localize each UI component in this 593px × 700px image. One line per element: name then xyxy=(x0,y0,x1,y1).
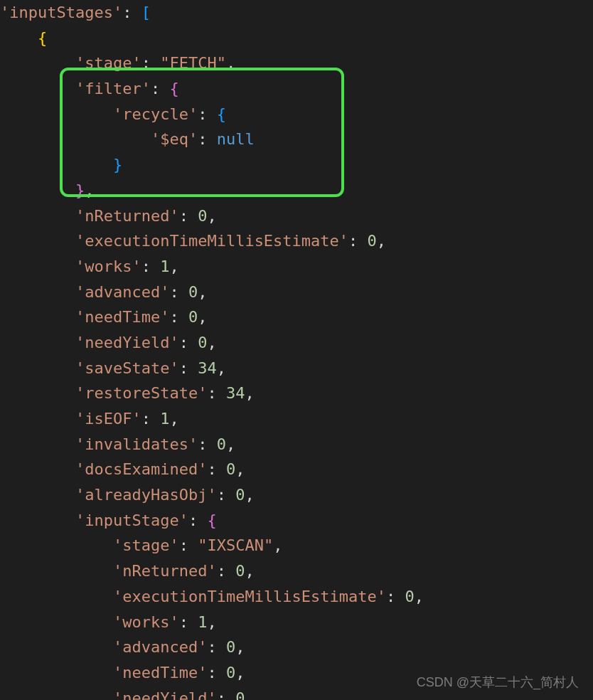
json-value: 0 xyxy=(188,283,198,301)
code-line: 'advanced': 0, xyxy=(0,635,593,660)
json-value: 1 xyxy=(198,613,207,631)
code-line: 'executionTimeMillisEstimate': 0, xyxy=(0,584,593,610)
json-key: 'needTime' xyxy=(113,664,207,682)
code-line: 'saveState': 34, xyxy=(0,356,593,381)
code-line: '$eq': null xyxy=(0,127,593,152)
code-line: 'recycle': { xyxy=(0,102,593,127)
json-key: 'executionTimeMillisEstimate' xyxy=(75,232,348,250)
json-key: 'works' xyxy=(113,613,179,631)
json-value: "FETCH" xyxy=(160,54,226,72)
code-line: 'works': 1, xyxy=(0,254,593,280)
json-value: 0 xyxy=(226,460,235,478)
code-line: { xyxy=(0,26,593,51)
json-value: 0 xyxy=(217,435,226,453)
code-line: 'filter': { xyxy=(0,76,593,102)
json-key: 'isEOF' xyxy=(75,410,141,428)
code-line: 'inputStages': [ xyxy=(0,0,593,26)
code-line: 'restoreState': 34, xyxy=(0,381,593,406)
json-value: 0 xyxy=(226,638,235,656)
code-line: 'needYield': 0, xyxy=(0,330,593,356)
json-key: 'needTime' xyxy=(75,308,169,326)
json-key: 'inputStages' xyxy=(0,4,122,21)
code-line: 'stage': "IXSCAN", xyxy=(0,533,593,558)
json-key: 'inputStage' xyxy=(75,511,188,529)
json-key: 'nReturned' xyxy=(75,207,179,225)
json-key: 'restoreState' xyxy=(75,384,207,402)
json-key: 'docsExamined' xyxy=(75,460,207,478)
json-value: 0 xyxy=(405,588,415,605)
json-value: 0 xyxy=(235,562,245,580)
json-value: 34 xyxy=(198,359,217,377)
json-value: 0 xyxy=(198,207,207,225)
code-line: 'docsExamined': 0, xyxy=(0,457,593,482)
code-editor[interactable]: 'inputStages': [ { 'stage': "FETCH", 'fi… xyxy=(0,0,593,700)
code-line: 'alreadyHasObj': 0, xyxy=(0,482,593,508)
watermark-text: CSDN @天草二十六_简村人 xyxy=(417,672,579,693)
json-key: 'invalidates' xyxy=(75,435,198,453)
code-line: 'works': 1, xyxy=(0,610,593,635)
json-key: 'filter' xyxy=(75,80,151,97)
code-line: 'nReturned': 0, xyxy=(0,558,593,584)
json-value: 0 xyxy=(235,486,245,504)
json-key: 'needYield' xyxy=(113,689,217,700)
code-line: 'invalidates': 0, xyxy=(0,432,593,457)
json-value: "IXSCAN" xyxy=(198,536,273,554)
code-line: 'advanced': 0, xyxy=(0,280,593,305)
json-key: 'saveState' xyxy=(75,359,179,377)
json-key: 'needYield' xyxy=(75,334,179,351)
json-value: 0 xyxy=(226,664,235,682)
json-value: null xyxy=(217,130,255,148)
json-key: '$eq' xyxy=(151,130,198,148)
json-key: 'recycle' xyxy=(113,105,198,123)
json-value: 0 xyxy=(188,308,198,326)
json-value: 1 xyxy=(160,410,169,428)
json-value: 1 xyxy=(160,258,169,275)
code-line: 'inputStage': { xyxy=(0,508,593,534)
json-key: 'stage' xyxy=(75,54,141,72)
json-key: 'advanced' xyxy=(75,283,169,301)
code-line: 'nReturned': 0, xyxy=(0,203,593,229)
json-key: 'advanced' xyxy=(113,638,207,656)
json-value: 0 xyxy=(235,689,245,700)
json-key: 'works' xyxy=(75,258,141,275)
json-key: 'executionTimeMillisEstimate' xyxy=(113,588,386,605)
json-key: 'nReturned' xyxy=(113,562,217,580)
json-key: 'stage' xyxy=(113,536,179,554)
json-value: 0 xyxy=(198,334,207,351)
code-line: } xyxy=(0,152,593,178)
code-line: 'needTime': 0, xyxy=(0,304,593,330)
code-line: 'isEOF': 1, xyxy=(0,406,593,432)
json-value: 34 xyxy=(226,384,245,402)
code-line: 'stage': "FETCH", xyxy=(0,51,593,76)
code-line: }, xyxy=(0,178,593,203)
code-line: 'executionTimeMillisEstimate': 0, xyxy=(0,228,593,254)
json-key: 'alreadyHasObj' xyxy=(75,486,217,504)
json-value: 0 xyxy=(368,232,377,250)
